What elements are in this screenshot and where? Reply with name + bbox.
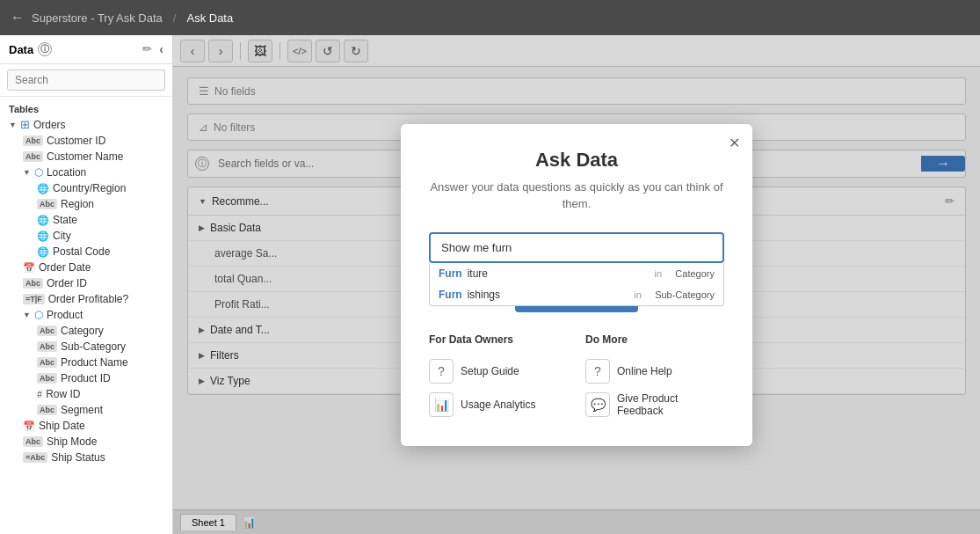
sidebar-item-customer-id[interactable]: Abc Customer ID <box>14 133 172 149</box>
product-icon: ⬡ <box>34 309 43 321</box>
dropdown-category-label: Category <box>675 268 715 279</box>
customer-name-label: Customer Name <box>47 150 123 163</box>
orders-label: Orders <box>33 119 66 131</box>
location-label: Location <box>47 166 86 179</box>
order-date-label: Order Date <box>39 261 91 274</box>
sidebar-item-sub-category[interactable]: Abc Sub-Category <box>28 339 172 355</box>
sidebar-item-location[interactable]: ▼ ⬡ Location <box>14 165 172 180</box>
order-id-label: Order ID <box>47 277 87 289</box>
do-more-title: Do More <box>585 333 724 346</box>
tf-icon: =T|F <box>23 294 45 304</box>
sidebar-item-order-date[interactable]: 📅 Order Date <box>14 260 172 275</box>
sidebar-item-row-id[interactable]: # Row ID <box>28 386 172 402</box>
modal-dropdown: Furniture in Category Furnishings in Sub… <box>429 263 724 306</box>
abc-icon: =Abc <box>23 452 47 463</box>
dropdown-in-label: in <box>654 268 662 279</box>
modal-overlay: ✕ Ask Data Answer your data questions as… <box>173 35 980 534</box>
sidebar-item-segment[interactable]: Abc Segment <box>28 402 172 418</box>
modal-search-area: Furniture in Category Furnishings in Sub… <box>429 232 724 263</box>
back-arrow-icon[interactable]: ← <box>11 10 25 26</box>
globe-icon: 🌐 <box>37 215 49 226</box>
abc-icon: Abc <box>23 436 43 447</box>
abc-icon: Abc <box>23 151 43 162</box>
sidebar-item-country[interactable]: 🌐 Country/Region <box>28 180 172 196</box>
data-info-icon[interactable]: ⓘ <box>38 42 52 56</box>
state-label: State <box>53 214 77 226</box>
location-icon: ⬡ <box>34 166 43 179</box>
postal-code-label: Postal Code <box>53 245 110 258</box>
customer-id-label: Customer ID <box>47 135 105 147</box>
row-id-label: Row ID <box>46 388 80 400</box>
sidebar-actions: ✏ ‹ <box>142 42 163 56</box>
abc-icon: Abc <box>37 405 57 415</box>
online-help-link[interactable]: ? Online Help <box>585 355 724 388</box>
product-id-label: Product ID <box>61 372 111 384</box>
modal-close-button[interactable]: ✕ <box>729 135 740 151</box>
abc-icon: Abc <box>37 373 57 384</box>
order-profitable-label: Order Profitable? <box>48 293 128 305</box>
ship-mode-label: Ship Mode <box>47 435 97 448</box>
globe-icon: 🌐 <box>37 230 49 242</box>
do-more-col: Do More ? Online Help 💬 Give Product Fee… <box>585 333 724 421</box>
sidebar-item-customer-name[interactable]: Abc Customer Name <box>14 149 172 165</box>
main-layout: Data ⓘ ✏ ‹ Tables ▼ ⊞ Orders Abc Custome <box>0 35 980 534</box>
abc-icon: Abc <box>37 341 57 352</box>
give-feedback-link[interactable]: 💬 Give Product Feedback <box>585 388 724 421</box>
sidebar-title: Data ⓘ <box>9 42 52 56</box>
ship-status-label: Ship Status <box>51 451 105 464</box>
city-label: City <box>53 230 71 242</box>
modal-search-input[interactable] <box>429 232 724 263</box>
sidebar-item-product[interactable]: ▼ ⬡ Product <box>14 307 172 323</box>
sidebar-item-product-name[interactable]: Abc Product Name <box>28 355 172 370</box>
usage-analytics-link[interactable]: 📊 Usage Analytics <box>429 388 568 421</box>
sidebar-item-product-id[interactable]: Abc Product ID <box>28 370 172 386</box>
hash-icon: # <box>37 389 42 399</box>
dropdown-highlight: Furn <box>439 267 462 280</box>
online-help-icon: ? <box>585 359 610 384</box>
calendar-icon: 📅 <box>23 421 35 432</box>
orders-children: Abc Customer ID Abc Customer Name ▼ ⬡ Lo… <box>0 133 172 465</box>
dropdown-subcategory-label: Sub-Category <box>655 289 715 300</box>
setup-guide-link[interactable]: ? Setup Guide <box>429 355 568 388</box>
dropdown-rest-2: ishings <box>468 289 500 301</box>
sidebar-item-ship-mode[interactable]: Abc Ship Mode <box>14 434 172 450</box>
sidebar-item-category[interactable]: Abc Category <box>28 323 172 339</box>
sidebar-item-region[interactable]: Abc Region <box>28 196 172 212</box>
modal-subtitle: Answer your data questions as quickly as… <box>429 179 724 213</box>
dropdown-item-furnishings[interactable]: Furnishings in Sub-Category <box>430 284 723 305</box>
product-label: Product <box>47 309 83 321</box>
setup-guide-label: Setup Guide <box>461 365 519 377</box>
sidebar-item-order-id[interactable]: Abc Order ID <box>14 275 172 291</box>
region-label: Region <box>61 198 94 210</box>
collapse-icon[interactable]: ‹ <box>159 42 163 56</box>
chevron-down-icon: ▼ <box>23 168 31 177</box>
sidebar-item-city[interactable]: 🌐 City <box>28 228 172 244</box>
give-feedback-label: Give Product Feedback <box>617 392 724 417</box>
sidebar-item-ship-status[interactable]: =Abc Ship Status <box>14 450 172 465</box>
sidebar-item-orders[interactable]: ▼ ⊞ Orders <box>0 116 172 133</box>
breadcrumb-title: Superstore - Try Ask Data <box>32 11 163 25</box>
sidebar-item-ship-date[interactable]: 📅 Ship Date <box>14 418 172 434</box>
segment-label: Segment <box>61 404 103 416</box>
abc-icon: Abc <box>23 135 43 146</box>
online-help-label: Online Help <box>617 365 672 377</box>
product-name-label: Product Name <box>61 356 128 369</box>
orders-table-icon: ⊞ <box>20 118 30 131</box>
abc-icon: Abc <box>37 326 57 336</box>
search-input[interactable] <box>7 69 165 91</box>
content-area: ‹ › 🖼 </> ↺ ↻ ☰ No fields ⊿ No filters ⓘ… <box>173 35 980 534</box>
edit-icon[interactable]: ✏ <box>142 42 152 56</box>
dropdown-in-label-2: in <box>634 289 642 300</box>
ship-date-label: Ship Date <box>39 420 85 432</box>
chevron-down-icon: ▼ <box>23 311 31 319</box>
sidebar-content: Tables ▼ ⊞ Orders Abc Customer ID Abc Cu… <box>0 97 172 534</box>
ask-data-modal: ✕ Ask Data Answer your data questions as… <box>401 124 752 446</box>
sidebar-item-order-profitable[interactable]: =T|F Order Profitable? <box>14 291 172 307</box>
sidebar-item-postal-code[interactable]: 🌐 Postal Code <box>28 244 172 260</box>
sidebar-item-state[interactable]: 🌐 State <box>28 212 172 228</box>
abc-icon: Abc <box>37 357 57 368</box>
dropdown-item-furniture[interactable]: Furniture in Category <box>430 263 723 284</box>
give-feedback-icon: 💬 <box>585 392 610 417</box>
for-data-owners-title: For Data Owners <box>429 333 568 346</box>
usage-analytics-label: Usage Analytics <box>461 399 535 411</box>
